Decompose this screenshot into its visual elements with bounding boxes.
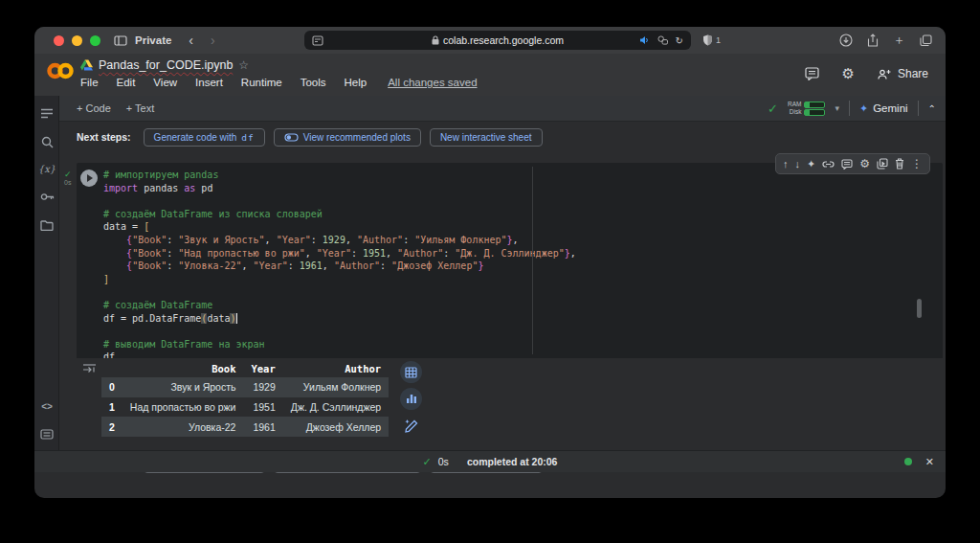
connection-status-dot: [904, 458, 912, 465]
interactive-sheet-button[interactable]: New interactive sheet: [430, 128, 543, 147]
gemini-button[interactable]: ✦ Gemini: [859, 102, 908, 115]
audio-icon[interactable]: [639, 35, 650, 45]
mirror-cell-icon[interactable]: [877, 158, 888, 170]
share-button[interactable]: Share: [878, 67, 928, 80]
browser-window: Private ‹ › colab.research.google.com ↻: [34, 27, 946, 498]
execution-badge: ✓ 0s: [64, 170, 72, 186]
add-code-button[interactable]: + Code: [77, 102, 111, 114]
code-cell: ↑ ↓ ✦ ⚙: [77, 163, 943, 358]
dismiss-status-icon[interactable]: ✕: [925, 456, 934, 468]
table-row: 0Звук и Ярость1929Уильям Фолкнер: [101, 377, 389, 397]
output-options-icon[interactable]: [82, 363, 97, 374]
generate-code-button[interactable]: Generate code withdf: [144, 128, 265, 147]
view-plots-button[interactable]: View recommended plots: [274, 128, 421, 147]
new-tab-icon[interactable]: ＋: [893, 32, 905, 49]
code-editor[interactable]: # импортируем pandasimport pandas as pd …: [77, 163, 943, 358]
share-page-icon[interactable]: [867, 34, 879, 47]
suggest-charts-button[interactable]: [400, 388, 422, 410]
downloads-icon[interactable]: [839, 34, 853, 47]
command-palette-icon[interactable]: [34, 429, 59, 440]
menu-edit[interactable]: Edit: [117, 77, 136, 88]
colab-logo[interactable]: [46, 61, 75, 96]
move-cell-up-icon[interactable]: ↑: [783, 158, 789, 170]
execution-status-bar: ✓ 0s completed at 20:06 ✕: [34, 450, 946, 472]
forward-button[interactable]: ›: [211, 33, 215, 48]
menubar: File Edit View Insert Runtime Tools Help…: [80, 77, 478, 88]
reload-icon[interactable]: ↻: [676, 35, 683, 46]
search-icon[interactable]: [34, 136, 59, 148]
menu-file[interactable]: File: [80, 77, 99, 88]
menu-runtime[interactable]: Runtime: [241, 77, 282, 88]
next-steps-row-top: Next steps: Generate code withdf View re…: [59, 122, 946, 152]
delete-cell-icon[interactable]: [895, 158, 904, 170]
browser-titlebar: Private ‹ › colab.research.google.com ↻: [34, 27, 946, 54]
collapse-header-icon[interactable]: ⌃: [928, 103, 936, 114]
status-text: completed at 20:06: [467, 456, 558, 467]
play-icon: [87, 174, 93, 182]
shield-count: 1: [716, 35, 721, 45]
comment-cell-icon[interactable]: [841, 159, 853, 170]
left-sidebar: {x} <>: [34, 96, 59, 450]
url-text: colab.research.google.com: [443, 34, 564, 46]
dataframe-body: 0Звук и Ярость1929Уильям Фолкнер1Над про…: [101, 377, 389, 437]
edit-with-ai-button[interactable]: [400, 415, 422, 437]
secrets-key-icon[interactable]: [34, 192, 59, 201]
dataframe-table: BookYearAuthor 0Звук и Ярость1929Уильям …: [101, 360, 389, 437]
run-cell-button[interactable]: [80, 170, 98, 187]
changes-saved-status[interactable]: All changes saved: [388, 77, 477, 88]
lock-icon: [432, 35, 439, 45]
gemini-sparkle-icon: ✦: [859, 102, 868, 115]
comments-icon[interactable]: [805, 67, 819, 80]
colab-header: Pandas_for_CODE.ipynb ☆ File Edit View I…: [34, 54, 946, 96]
sidebar-toggle-icon[interactable]: [114, 35, 127, 46]
code-snippets-icon[interactable]: <>: [34, 401, 59, 412]
private-badge: Private: [135, 34, 171, 46]
sync-check-icon: ✓: [768, 102, 778, 116]
translate-icon[interactable]: [657, 35, 668, 45]
column-ruler: [532, 167, 533, 354]
table-of-contents-icon[interactable]: [34, 108, 59, 119]
gemini-cell-icon[interactable]: ✦: [807, 158, 815, 170]
toggle-icon: [284, 133, 299, 142]
more-actions-icon[interactable]: ⋮: [911, 157, 923, 170]
settings-gear-icon[interactable]: ⚙: [842, 65, 855, 82]
resources-dropdown-icon[interactable]: ▾: [835, 103, 839, 113]
cell-settings-gear-icon[interactable]: ⚙: [859, 157, 870, 170]
status-exec-time: 0s: [438, 456, 449, 467]
files-folder-icon[interactable]: [34, 220, 59, 231]
menu-view[interactable]: View: [153, 77, 177, 88]
move-cell-down-icon[interactable]: ↓: [795, 158, 801, 170]
shield-icon[interactable]: [702, 34, 713, 46]
editor-scrollbar[interactable]: [917, 299, 922, 318]
notebook-toolbar: + Code + Text ✓ RAM Disk ▾ ✦: [59, 96, 946, 122]
menu-help[interactable]: Help: [345, 77, 368, 88]
drive-icon: [80, 59, 93, 71]
notebook-content: Next steps: Generate code withdf View re…: [59, 122, 946, 450]
notebook-title[interactable]: Pandas_for_CODE.ipynb: [99, 58, 233, 72]
interactive-table-button[interactable]: [400, 361, 422, 383]
exec-success-icon: ✓: [64, 170, 72, 179]
status-check-icon: ✓: [423, 456, 432, 468]
address-bar[interactable]: colab.research.google.com ↻: [304, 31, 691, 50]
menu-tools[interactable]: Tools: [301, 77, 326, 88]
traffic-lights: [54, 35, 100, 46]
tabs-overview-icon[interactable]: [920, 34, 932, 47]
cell-output: BookYearAuthor 0Звук и Ярость1929Уильям …: [77, 358, 943, 447]
close-window-button[interactable]: [54, 35, 64, 46]
dataframe-header-row: BookYearAuthor: [101, 360, 389, 377]
minimize-window-button[interactable]: [72, 35, 82, 46]
link-cell-icon[interactable]: [822, 161, 835, 168]
back-button[interactable]: ‹: [189, 33, 193, 48]
resources-meter[interactable]: RAM Disk: [788, 101, 825, 116]
menu-insert[interactable]: Insert: [195, 77, 223, 88]
table-row: 2Уловка-221961Джозеф Хеллер: [101, 417, 389, 437]
variables-icon[interactable]: {x}: [34, 164, 59, 174]
star-icon[interactable]: ☆: [238, 58, 249, 72]
add-text-button[interactable]: + Text: [126, 102, 154, 114]
zoom-window-button[interactable]: [90, 35, 100, 46]
code-lines[interactable]: # импортируем pandasimport pandas as pd …: [101, 163, 576, 358]
cell-toolbar: ↑ ↓ ✦ ⚙: [775, 153, 930, 174]
table-row: 1Над пропастью во ржи1951Дж. Д. Сэллиндж…: [101, 397, 389, 418]
